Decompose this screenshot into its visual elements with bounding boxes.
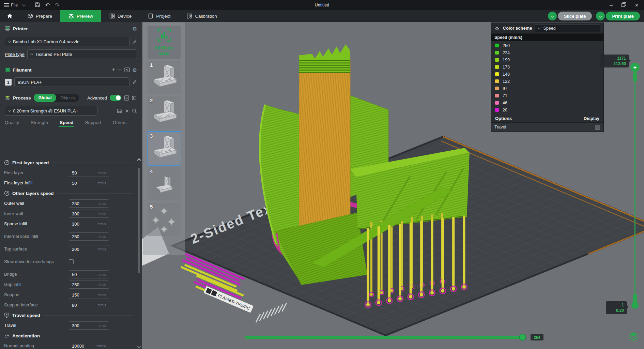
filament-preset-select[interactable]: eSUN PLA+ [14,77,129,87]
travel-display-checkbox[interactable] [595,125,600,130]
section-header-acceleration: a+Acceleration [4,331,142,341]
ams-sync-icon[interactable] [124,67,130,72]
sparse-infill-input[interactable]: 300mm/s [69,220,109,228]
prime-tower-crown [299,44,350,60]
setting-row-outer-wall: Outer wall250mm/s [4,198,142,209]
plate-thumbnail-2[interactable]: 2 [148,96,181,130]
file-menu[interactable]: File [4,3,18,7]
print-plate-dropdown[interactable] [596,12,605,20]
plate-thumbnail-5[interactable]: 5 [148,203,181,236]
save-icon[interactable] [35,2,40,8]
preset-compare-icon[interactable] [132,95,137,101]
process-tab-quality[interactable]: Quality [5,117,19,128]
file-menu-label: File [11,3,18,7]
internal-solid-infill-input[interactable]: 250mm/s [69,232,109,241]
advanced-toggle[interactable] [110,95,121,101]
setting-value: 250 [72,282,79,287]
tab-prepare[interactable]: Prepare [19,10,60,22]
inner-wall-input[interactable]: 300mm/s [69,210,109,218]
setting-value: 250 [72,234,79,239]
filament-section-header: Filament + − ⚙ [0,64,142,75]
scroll-up-icon[interactable] [137,158,141,162]
support-interface-input[interactable]: 80mm/s [69,301,109,309]
bridge-input[interactable]: 50mm/s [69,270,109,278]
setting-value: 200 [72,247,79,252]
outer-wall-input[interactable]: 250mm/s [69,199,109,208]
color-scheme-select[interactable]: Speed [535,25,600,32]
filament-edit-icon[interactable] [132,80,137,85]
travel-input[interactable]: 300mm/s [69,321,109,330]
travel-icon [4,313,10,318]
tab-preview[interactable]: Preview [60,10,101,22]
setting-value: 250 [72,201,79,206]
undo-icon[interactable]: ↶ [45,2,50,8]
window-maximize-button[interactable] [622,2,626,8]
tab-calibration[interactable]: Calibration [179,10,225,22]
plate-number: 5 [150,204,153,210]
settings-list-icon[interactable] [124,95,129,101]
tab-project[interactable]: Project [140,10,179,22]
sidebar: Printer ⚙ Bambu Lab X1 Carbon 0.4 nozzle… [0,22,142,349]
layers-icon[interactable] [628,332,639,342]
plate-type-label[interactable]: Plate type [5,52,25,57]
process-tab-support[interactable]: Support [85,117,101,128]
tab-home[interactable] [0,10,19,22]
settings-scrollbar[interactable] [137,158,141,348]
layer-slider-bottom-handle[interactable] [631,302,639,309]
layer-slider-top-stem[interactable] [633,72,637,81]
redo-icon[interactable]: ↷ [55,2,59,8]
process-preset-select[interactable]: 0.20mm Strength @ ESUN PLA+ [5,106,97,116]
move-slider-track[interactable] [245,336,526,339]
normal-printing-input[interactable]: 10000mm/s² [69,342,109,349]
all-plates-stats-card[interactable]: All Plates Stats [148,26,181,59]
setting-row-support-interface: Support interface80mm/s [4,300,142,310]
process-tab-strength[interactable]: Strength [31,117,48,128]
prepare-icon [28,13,33,19]
slow-down-for-overhangs-checkbox[interactable] [69,259,74,264]
plate-hatch-marks [256,303,287,322]
first-layer-infill-input[interactable]: 50mm/s [69,179,109,187]
chevron-down-icon[interactable] [22,3,26,6]
filament-slot-badge[interactable]: 1 [5,79,12,86]
plate-type-select[interactable]: Textured PEI Plate [27,49,137,59]
print-plate-button[interactable]: Print plate [606,12,640,20]
add-filament-button[interactable]: + [112,67,116,73]
section-title: Acceleration [12,333,40,338]
process-global-pill[interactable]: Global [34,94,57,102]
layer-slider-top-handle[interactable]: + [630,63,640,72]
search-icon[interactable] [132,108,137,113]
plate-thumbnail-4[interactable]: 4 [148,167,181,200]
plate-thumbnail-3[interactable]: 3 [148,132,181,165]
process-objects-pill[interactable]: Objects [56,95,79,100]
layer-slider-bottom-stem[interactable] [633,294,637,302]
printer-edit-icon[interactable] [132,39,137,44]
process-tab-speed[interactable]: Speed [60,117,74,128]
move-slider-handle[interactable] [519,334,526,341]
slice-plate-button[interactable]: Slice plate [558,12,592,20]
printer-preset-select[interactable]: Bambu Lab X1 Carbon 0.4 nozzle [5,37,129,46]
legend-value: 97 [503,86,507,91]
save-preset-icon[interactable] [117,108,122,113]
gap-infill-input[interactable]: 250mm/s [69,280,109,289]
window-close-button[interactable]: ✕ [635,3,639,8]
window-minimize-button[interactable]: ─ [610,3,613,8]
scrollbar-thumb[interactable] [138,168,140,273]
plate-thumbnail-1[interactable]: 1 [148,61,181,94]
printer-settings-gear-icon[interactable]: ⚙ [133,26,137,31]
remove-filament-button[interactable]: − [118,67,122,73]
setting-label: First layer infill [4,180,69,186]
scroll-down-icon[interactable] [137,344,141,348]
delete-preset-icon[interactable]: ✕ [125,108,129,113]
3d-viewport[interactable]: 2-Sided Textured PEI Plate [142,22,644,349]
layer-slider-track[interactable] [634,67,635,306]
slice-plate-dropdown[interactable] [548,12,557,20]
setting-label: Travel [4,323,69,328]
tab-device[interactable]: Device [101,10,140,22]
support-input[interactable]: 150mm/s [69,291,109,299]
process-tab-others[interactable]: Others [113,117,127,128]
home-icon [7,13,13,19]
collapse-panel-icon[interactable] [494,26,500,31]
filament-settings-gear-icon[interactable]: ⚙ [133,67,137,73]
first-layer-input[interactable]: 50mm/s [69,169,109,177]
top-surface-input[interactable]: 200mm/s [69,245,109,253]
